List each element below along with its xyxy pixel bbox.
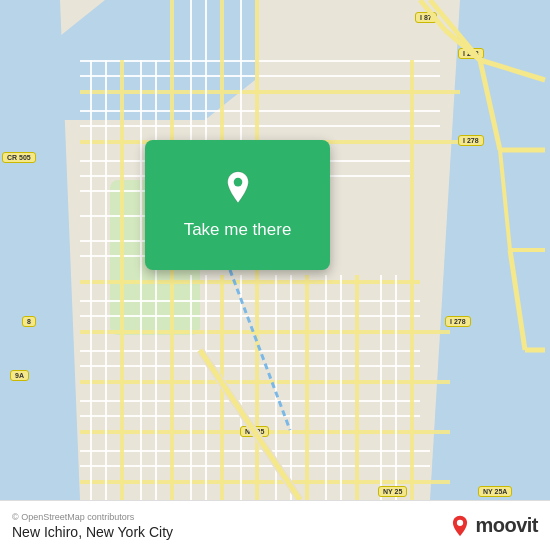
location-pin-icon xyxy=(219,170,257,208)
moovit-brand-label: moovit xyxy=(475,514,538,537)
svg-line-2 xyxy=(480,60,500,150)
moovit-logo: moovit xyxy=(449,514,538,537)
svg-line-4 xyxy=(500,150,510,250)
moovit-pin-icon xyxy=(449,515,471,537)
svg-point-13 xyxy=(233,178,242,187)
cta-button[interactable]: Take me there xyxy=(145,140,330,270)
svg-line-6 xyxy=(510,250,525,350)
svg-line-9 xyxy=(445,30,480,60)
location-info: © OpenStreetMap contributors New Ichiro,… xyxy=(12,512,173,540)
map-container: I 87 I 278 I 278 I 278 CR 505 8 9A NY 25… xyxy=(0,0,550,500)
svg-point-14 xyxy=(457,519,463,525)
svg-line-1 xyxy=(480,60,545,80)
svg-line-12 xyxy=(200,350,300,500)
cta-button-label: Take me there xyxy=(184,220,292,240)
bottom-bar: © OpenStreetMap contributors New Ichiro,… xyxy=(0,500,550,550)
map-attribution: © OpenStreetMap contributors xyxy=(12,512,173,522)
location-name: New Ichiro, New York City xyxy=(12,524,173,540)
